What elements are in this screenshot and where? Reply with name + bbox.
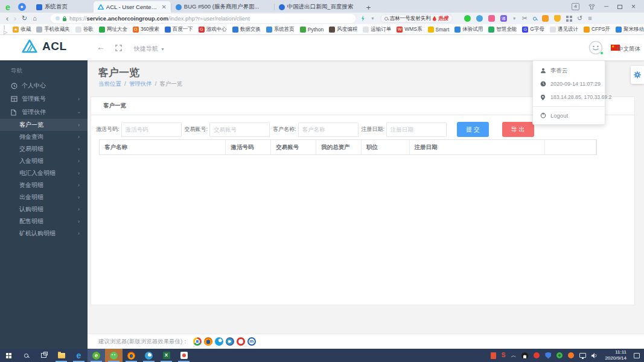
bookmark-item[interactable]: 数据交换: [232, 26, 261, 33]
site-info-icon[interactable]: [56, 16, 60, 21]
tray-green-icon[interactable]: [556, 352, 563, 358]
logout-button[interactable]: Logout: [533, 109, 605, 122]
bookmark-item[interactable]: ★ 收藏: [13, 26, 31, 33]
sidebar-item-personal-center[interactable]: 个人中心: [0, 79, 88, 92]
breadcrumb-link[interactable]: 当前位置: [98, 80, 121, 88]
new-tab-button[interactable]: +: [366, 4, 371, 11]
menu-icon[interactable]: ≡: [588, 15, 591, 22]
sidebar-subitem[interactable]: 出金明细 ›: [0, 191, 88, 203]
acl-logo[interactable]: ACL: [22, 39, 67, 53]
extension-icon-pink[interactable]: [488, 15, 495, 22]
sidebar-subitem[interactable]: 资金明细 ›: [0, 179, 88, 191]
field-input[interactable]: [386, 122, 447, 137]
sidebar-subitem[interactable]: 电汇入金明细 ›: [0, 167, 88, 179]
apps-grid-icon[interactable]: [566, 16, 569, 18]
chevron-down-icon[interactable]: ▼: [371, 16, 375, 21]
sidebar-toggle-icon[interactable]: |▷: [4, 24, 7, 35]
minimize-button[interactable]: ─: [604, 4, 608, 10]
bookmark-item[interactable]: 手机收藏夹: [36, 26, 70, 33]
meeting-app-button[interactable]: [175, 349, 193, 362]
sidebar-subitem[interactable]: 交易明细 ›: [0, 143, 88, 155]
task-view-button[interactable]: [35, 349, 53, 362]
bookmark-item[interactable]: W WMS系: [397, 26, 422, 33]
tab-count-badge[interactable]: 4: [572, 3, 579, 10]
tray-doc-icon[interactable]: [491, 352, 496, 359]
field-input[interactable]: [121, 122, 182, 137]
extension-icon-blue[interactable]: [476, 15, 483, 22]
taskbar-clock[interactable]: 11:11 2020/9/14: [605, 349, 626, 362]
language-selector[interactable]: 中文简体: [617, 45, 640, 53]
tray-red-icon[interactable]: [534, 352, 540, 358]
page-back-icon[interactable]: ←: [97, 42, 105, 52]
network-icon[interactable]: [579, 353, 586, 358]
browser-logo-icon[interactable]: e: [5, 3, 10, 11]
excel-button[interactable]: X: [158, 349, 175, 362]
home-icon[interactable]: ⌂: [33, 15, 37, 22]
browser-tab-acl-active[interactable]: ACL - User Center - Client Re ✕: [94, 1, 171, 13]
bookmark-item[interactable]: 网址大全: [99, 26, 127, 33]
breadcrumb-link[interactable]: 管理伙伴: [129, 80, 152, 88]
bookmark-item[interactable]: 聚米移动: [616, 26, 644, 33]
refresh-icon[interactable]: ↻: [22, 15, 27, 22]
fullscreen-icon[interactable]: [115, 45, 122, 51]
bookmark-item[interactable]: 智慧全能: [488, 26, 517, 33]
export-button[interactable]: 导 出: [502, 122, 534, 137]
skin-button[interactable]: [588, 4, 595, 10]
taskbar-search-button[interactable]: [18, 349, 35, 362]
bookmark-item[interactable]: G 游戏中心: [199, 26, 227, 33]
history-undo-icon[interactable]: ↺: [577, 15, 582, 22]
bookmark-item[interactable]: 体验试用: [454, 26, 483, 33]
bookmark-item[interactable]: O 360搜索: [133, 26, 159, 33]
extension-icon-green[interactable]: [464, 15, 471, 22]
qq-tray-icon[interactable]: [521, 352, 528, 359]
hidden-icons-chevron[interactable]: ︿: [511, 353, 516, 358]
bookmark-item[interactable]: 谷歌: [75, 26, 94, 33]
volume-icon[interactable]: [591, 353, 598, 358]
browser-tab-baidu-news[interactable]: 中国进出口新闻_百度搜索: [275, 1, 360, 13]
start-button[interactable]: [0, 349, 18, 362]
bookmark-item[interactable]: Python: [300, 27, 324, 33]
tray-snip-icon[interactable]: S: [502, 352, 506, 358]
field-input[interactable]: [209, 122, 270, 137]
qq-browser-button[interactable]: [140, 349, 158, 362]
edge-button[interactable]: e: [70, 349, 88, 362]
tab-close-icon[interactable]: ✕: [161, 4, 166, 10]
browser-search-box[interactable]: 吉林一号发射失利 热搜: [380, 14, 453, 23]
maximize-button[interactable]: [617, 5, 622, 9]
sidebar-subitem[interactable]: 认购明细 ›: [0, 203, 88, 215]
action-center-icon[interactable]: [634, 353, 640, 358]
sidebar-subitem[interactable]: 客户一览 ›: [0, 119, 88, 131]
tray-orange-icon[interactable]: [568, 352, 574, 358]
wechat-button[interactable]: [105, 349, 123, 362]
screenshot-scissors-icon[interactable]: ✂: [522, 15, 528, 22]
bookmark-item[interactable]: 运输订单: [363, 26, 391, 33]
browser-tab-bug500[interactable]: BUG #500 (服务商用户界面...: [171, 1, 274, 13]
sidebar-item-manage-partner[interactable]: 管理伙伴 ›: [0, 106, 88, 119]
translate-icon[interactable]: 译: [500, 15, 507, 22]
energy-icon[interactable]: [361, 16, 365, 22]
quick-nav-dropdown[interactable]: 快捷导航 ▼: [134, 45, 165, 53]
submit-button[interactable]: 提 交: [457, 122, 489, 137]
sidebar-item-manage-account[interactable]: 管理账号 ›: [0, 92, 88, 106]
browser360-button[interactable]: e: [88, 349, 105, 362]
theme-settings-tab[interactable]: [631, 66, 644, 84]
security-shield-icon[interactable]: [545, 352, 551, 359]
search-tool-icon[interactable]: [533, 17, 537, 21]
forward-icon[interactable]: ›: [14, 15, 16, 22]
bookmark-item[interactable]: CFPS开: [584, 26, 610, 33]
browser-tab-system-home[interactable]: 系统首页: [32, 1, 94, 13]
sidebar-subitem[interactable]: 配售明细 ›: [0, 215, 88, 227]
bookmark-item[interactable]: Smart: [428, 27, 450, 33]
sidebar-subitem[interactable]: 佣金查询 ›: [0, 131, 88, 143]
url-field[interactable]: https://service.anchorcoingroup.com/inde…: [51, 14, 355, 23]
bookmark-item[interactable]: 遇见设计: [550, 26, 578, 33]
sidebar-subitem[interactable]: 矿机认购明细 ›: [0, 227, 88, 240]
bookmark-item[interactable]: 百度一下: [165, 26, 193, 33]
bookmark-item[interactable]: 风变编程: [329, 26, 357, 33]
sidebar-subitem[interactable]: 入金明细 ›: [0, 155, 88, 167]
games-icon[interactable]: [542, 15, 549, 22]
user-avatar[interactable]: [588, 40, 603, 55]
compass-icon[interactable]: [18, 3, 26, 11]
back-icon[interactable]: ‹: [6, 15, 8, 22]
field-input[interactable]: [298, 122, 359, 137]
